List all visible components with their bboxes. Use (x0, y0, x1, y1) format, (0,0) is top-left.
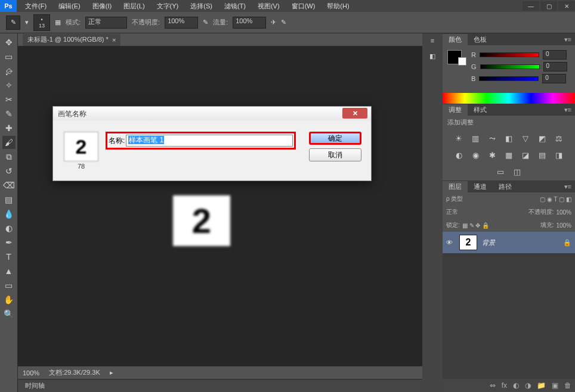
dialog-titlebar[interactable]: 画笔名称 ✕ (53, 107, 371, 121)
zoom-tool[interactable]: 🔍 (2, 307, 16, 321)
document-tab[interactable]: 未标题-1 @ 100%(RGB/8) * × (23, 34, 120, 46)
r-value[interactable]: 0 (543, 50, 567, 60)
vibrance-icon[interactable]: ▽ (520, 133, 531, 144)
r-slider[interactable] (480, 52, 539, 57)
panel-menu-icon[interactable]: ▾≡ (564, 183, 571, 191)
clone-stamp-tool[interactable]: ⧉ (2, 150, 16, 163)
menu-view[interactable]: 视图(V) (253, 1, 285, 12)
collapsed-icon-1[interactable]: ≡ (431, 37, 434, 44)
flow-field[interactable]: 100% (233, 17, 266, 29)
curves-icon[interactable]: ⤳ (487, 133, 497, 144)
eraser-tool[interactable]: ⌫ (2, 179, 16, 192)
posterize-icon[interactable]: ▤ (537, 150, 548, 160)
delete-layer-icon[interactable]: 🗑 (564, 381, 571, 390)
tool-preset-icon[interactable]: ✎ (6, 15, 20, 30)
tab-layers[interactable]: 图层 (443, 181, 468, 192)
fg-bg-swatches[interactable] (447, 50, 466, 86)
opacity-pressure-icon[interactable]: ✎ (203, 18, 208, 26)
tab-swatches[interactable]: 色板 (468, 34, 493, 45)
brush-panel-icon[interactable]: ▦ (55, 18, 61, 26)
new-layer-icon[interactable]: ▣ (552, 381, 558, 390)
maximize-button[interactable]: ▢ (540, 1, 557, 11)
layer-row[interactable]: 👁 2 背景 🔒 (443, 232, 575, 253)
menu-type[interactable]: 文字(Y) (152, 1, 184, 12)
brightness-icon[interactable]: ☀ (453, 133, 464, 144)
tab-paths[interactable]: 路径 (493, 181, 518, 192)
tab-channels[interactable]: 通道 (468, 181, 493, 192)
magic-wand-tool[interactable]: ✧ (2, 79, 16, 92)
lasso-tool[interactable]: ⌮ (2, 64, 16, 77)
tablet-pressure-icon[interactable]: ✎ (281, 18, 286, 26)
menu-edit[interactable]: 编辑(E) (54, 1, 85, 12)
group-icon[interactable]: 📁 (537, 381, 546, 390)
zoom-level[interactable]: 100% (23, 369, 39, 377)
timeline-panel[interactable]: 时间轴 (18, 379, 422, 392)
cancel-button[interactable]: 取消 (309, 148, 361, 161)
chevron-down-icon[interactable]: ▾ (25, 18, 29, 26)
link-layers-icon[interactable]: ⇔ (490, 381, 496, 390)
brush-tool[interactable]: 🖌 (2, 136, 16, 149)
lookup-icon[interactable]: ▦ (503, 150, 514, 160)
layer-kind-select[interactable]: ρ 类型 (446, 195, 463, 203)
fx-icon[interactable]: fx (502, 381, 507, 390)
hand-tool[interactable]: ✋ (2, 293, 16, 306)
crop-tool[interactable]: ✂ (2, 93, 16, 106)
visibility-icon[interactable]: 👁 (446, 239, 455, 246)
fill-value[interactable]: 100% (556, 222, 571, 229)
gradient-tool[interactable]: ▤ (2, 193, 16, 206)
menu-image[interactable]: 图像(I) (88, 1, 116, 12)
opacity-field[interactable]: 100% (165, 17, 198, 29)
menu-filter[interactable]: 滤镜(T) (220, 1, 251, 12)
channelmixer-icon[interactable]: ✱ (487, 150, 497, 160)
panel-menu-icon[interactable]: ▾≡ (564, 36, 571, 43)
minimize-button[interactable]: — (523, 1, 539, 11)
photofilter-icon[interactable]: ◉ (470, 150, 481, 160)
blur-tool[interactable]: 💧 (2, 207, 16, 220)
brush-size-picker[interactable]: •13 (33, 14, 50, 31)
canvas[interactable]: 2 (18, 46, 422, 366)
blend-mode-select[interactable]: 正常 (85, 17, 127, 29)
type-tool[interactable]: T (2, 250, 16, 263)
b-slider[interactable] (479, 76, 539, 81)
move-tool[interactable]: ✥ (2, 36, 16, 49)
hue-icon[interactable]: ◩ (537, 133, 548, 144)
close-tab-icon[interactable]: × (112, 36, 116, 43)
gradientmap-icon[interactable]: ▭ (495, 166, 506, 177)
invert-icon[interactable]: ◪ (520, 150, 531, 160)
color-spectrum[interactable] (443, 93, 575, 104)
menu-layer[interactable]: 图层(L) (119, 1, 149, 12)
menu-select[interactable]: 选择(S) (186, 1, 217, 12)
healing-tool[interactable]: ✚ (2, 122, 16, 135)
layer-thumbnail[interactable]: 2 (459, 235, 477, 250)
close-button[interactable]: ✕ (558, 1, 575, 11)
blend-mode-select[interactable]: 正常 (446, 208, 458, 216)
g-value[interactable]: 0 (543, 62, 567, 71)
marquee-tool[interactable]: ▭ (2, 50, 16, 63)
path-select-tool[interactable]: ▲ (2, 265, 16, 278)
history-brush-tool[interactable]: ↺ (2, 164, 16, 178)
bw-icon[interactable]: ◐ (453, 150, 464, 160)
selectivecolor-icon[interactable]: ◫ (512, 166, 523, 177)
levels-icon[interactable]: ▥ (470, 133, 481, 144)
collapsed-icon-2[interactable]: ◧ (429, 52, 435, 60)
opacity-value[interactable]: 100% (556, 209, 571, 216)
dialog-close-button[interactable]: ✕ (342, 108, 367, 119)
airbrush-icon[interactable]: ✈ (271, 18, 276, 26)
pen-tool[interactable]: ✒ (2, 236, 16, 249)
brush-name-input[interactable]: 样本画笔 1 (126, 135, 293, 147)
threshold-icon[interactable]: ◨ (554, 150, 564, 160)
status-chevron-icon[interactable]: ▸ (110, 369, 113, 377)
layer-name[interactable]: 背景 (482, 238, 495, 247)
g-slider[interactable] (480, 64, 540, 69)
tab-adjustments[interactable]: 调整 (443, 104, 468, 116)
b-value[interactable]: 0 (542, 74, 566, 83)
shape-tool[interactable]: ▭ (2, 279, 16, 292)
tab-styles[interactable]: 样式 (468, 104, 493, 116)
panel-menu-icon[interactable]: ▾≡ (564, 106, 571, 114)
adjustment-layer-icon[interactable]: ◑ (525, 381, 531, 390)
dodge-tool[interactable]: ◐ (2, 222, 16, 235)
menu-window[interactable]: 窗口(W) (287, 1, 320, 12)
background-swatch[interactable] (458, 57, 466, 66)
menu-file[interactable]: 文件(F) (20, 1, 51, 12)
exposure-icon[interactable]: ◧ (503, 133, 514, 144)
